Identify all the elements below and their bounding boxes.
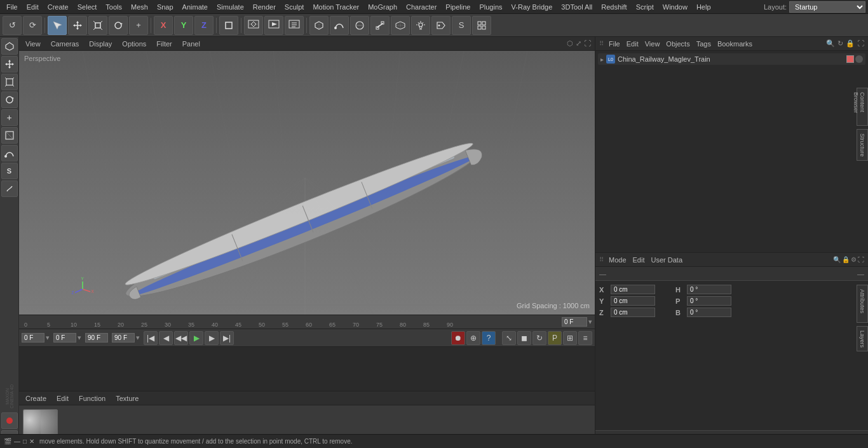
coord-x-rot-input[interactable] <box>687 285 731 294</box>
menu-edit[interactable]: Edit <box>23 2 43 12</box>
light-button[interactable] <box>411 16 430 35</box>
om-menu-edit[interactable]: Edit <box>624 39 641 49</box>
timeline-content[interactable] <box>19 347 595 391</box>
coord-x-pos-input[interactable] <box>611 285 655 294</box>
goto-end-button[interactable]: ▶| <box>220 331 234 345</box>
y-axis-button[interactable]: Y <box>174 16 193 35</box>
viewport[interactable]: View Cameras Display Options Filter Pane… <box>19 37 595 315</box>
status-minimize-icon[interactable]: — <box>14 438 20 445</box>
menu-select[interactable]: Select <box>74 2 101 12</box>
om-search-icon[interactable]: 🔍 <box>826 39 835 48</box>
tab-content-browser[interactable]: Content Browser <box>857 88 868 126</box>
current-frame-input[interactable] <box>562 317 587 327</box>
tab-structure[interactable]: Structure <box>857 129 868 161</box>
sidebar-move[interactable] <box>1 56 18 72</box>
menu-create[interactable]: Create <box>44 2 72 12</box>
am-expand-icon[interactable]: ⛶ <box>858 256 864 263</box>
menu-render[interactable]: Render <box>249 2 280 12</box>
vp-menu-options[interactable]: Options <box>119 39 149 49</box>
next-frame-button[interactable]: ▶ <box>205 331 219 345</box>
menu-pipeline[interactable]: Pipeline <box>442 2 474 12</box>
end-frame-input[interactable] <box>112 333 135 343</box>
om-item-train[interactable]: ▸ L0 China_Railway_Maglev_Train <box>598 53 865 65</box>
menu-animate[interactable]: Animate <box>179 2 212 12</box>
render-region-button[interactable] <box>244 16 263 35</box>
om-refresh-icon[interactable]: ↻ <box>837 39 843 48</box>
vp-menu-display[interactable]: Display <box>86 39 114 49</box>
sidebar-record[interactable] <box>1 412 18 429</box>
status-cinema-icon[interactable]: 🎬 <box>4 438 11 445</box>
play-reverse-button[interactable]: ◀◀ <box>174 331 188 345</box>
tab-layers[interactable]: Layers <box>857 326 868 351</box>
vp-move-icon[interactable]: ⤢ <box>576 39 581 48</box>
render-button[interactable] <box>264 16 283 35</box>
menu-snap[interactable]: Snap <box>153 2 177 12</box>
om-expand-icon[interactable]: ⛶ <box>857 39 864 48</box>
preview-start-input[interactable] <box>53 333 76 343</box>
menu-mograph[interactable]: MoGraph <box>364 2 401 12</box>
om-menu-bookmarks[interactable]: Bookmarks <box>715 39 755 49</box>
x-axis-button[interactable]: X <box>154 16 173 35</box>
keyframe-move-button[interactable]: ⤡ <box>502 331 516 345</box>
coord-z-rot-input[interactable] <box>687 308 731 317</box>
redo-button[interactable]: ⟳ <box>23 16 42 35</box>
coord-y-rot-input[interactable] <box>687 296 731 306</box>
menu-sculpt[interactable]: Sculpt <box>281 2 308 12</box>
tag-button[interactable] <box>431 16 451 35</box>
sidebar-objects[interactable] <box>1 38 18 55</box>
om-menu-tags[interactable]: Tags <box>694 39 714 49</box>
sidebar-s-tool[interactable]: S <box>1 163 18 179</box>
coord-y-pos-input[interactable] <box>611 296 655 306</box>
sidebar-transform[interactable]: + <box>1 109 18 126</box>
vp-fullscreen-icon[interactable]: ⛶ <box>584 39 591 48</box>
menu-3dtool[interactable]: 3DTool All <box>557 2 596 12</box>
prev-frame-button[interactable]: ◀ <box>159 331 173 345</box>
vp-expand-icon[interactable]: ⬡ <box>567 39 573 48</box>
am-menu-userdata[interactable]: User Data <box>649 255 686 265</box>
menu-script[interactable]: Script <box>632 2 658 12</box>
sidebar-scale[interactable] <box>1 74 18 90</box>
mat-menu-edit[interactable]: Edit <box>54 393 71 404</box>
menu-mesh[interactable]: Mesh <box>127 2 152 12</box>
menu-vray[interactable]: V-Ray Bridge <box>508 2 557 12</box>
menu-window[interactable]: Window <box>659 2 691 12</box>
select-tool-button[interactable] <box>48 16 67 35</box>
menu-file[interactable]: File <box>3 2 22 12</box>
spline-button[interactable] <box>330 16 349 35</box>
keyframe-p-button[interactable]: P <box>548 331 562 345</box>
goto-start-button[interactable]: |◀ <box>144 331 158 345</box>
am-lock-icon[interactable]: 🔒 <box>842 256 850 263</box>
coord-z-pos-input[interactable] <box>611 308 655 317</box>
menu-redshift[interactable]: Redshift <box>597 2 630 12</box>
om-menu-file[interactable]: File <box>606 39 623 49</box>
mat-menu-function[interactable]: Function <box>76 393 108 404</box>
deformer-button[interactable] <box>370 16 390 35</box>
om-menu-view[interactable]: View <box>642 39 663 49</box>
help-button[interactable]: ? <box>482 331 496 345</box>
cube-button[interactable] <box>309 16 329 35</box>
sidebar-spline[interactable] <box>1 145 18 161</box>
sidebar-rotate[interactable] <box>1 92 18 108</box>
menu-plugins[interactable]: Plugins <box>475 2 506 12</box>
anim-mode-button[interactable]: ⊕ <box>466 331 480 345</box>
layout-select[interactable]: Startup <box>789 1 865 13</box>
undo-button[interactable]: ↺ <box>3 16 22 35</box>
am-settings-icon[interactable]: ⚙ <box>851 256 857 263</box>
menu-simulate[interactable]: Simulate <box>213 2 248 12</box>
render-to-picture-button[interactable] <box>285 16 304 35</box>
z-axis-button[interactable]: Z <box>194 16 214 35</box>
mat-menu-texture[interactable]: Texture <box>113 393 141 404</box>
hair-button[interactable]: S <box>452 16 471 35</box>
menu-motion-tracker[interactable]: Motion Tracker <box>309 2 363 12</box>
menu-character[interactable]: Character <box>402 2 440 12</box>
sidebar-polygon[interactable] <box>1 127 18 144</box>
viewport-canvas[interactable]: X Y Z Grid Spacing : 1000 cm <box>19 51 595 315</box>
am-menu-edit[interactable]: Edit <box>630 255 648 265</box>
tab-attributes[interactable]: Attributes <box>857 285 868 323</box>
am-menu-mode[interactable]: Mode <box>606 255 629 265</box>
om-lock-icon[interactable]: 🔒 <box>846 39 855 48</box>
start-frame-input[interactable] <box>22 333 44 343</box>
am-search-icon[interactable]: 🔍 <box>833 256 841 263</box>
keyframe-scale-button[interactable]: ◼ <box>517 331 531 345</box>
preview-end-input[interactable] <box>85 333 108 343</box>
